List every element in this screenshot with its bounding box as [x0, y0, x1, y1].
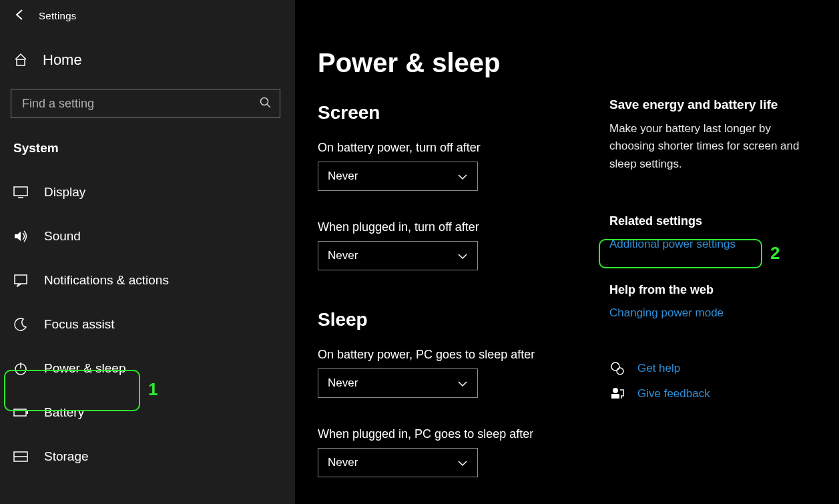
dropdown-value: Never	[328, 170, 358, 183]
svg-point-5	[261, 97, 268, 105]
screen-plugged-dropdown[interactable]: Never	[318, 241, 478, 270]
notifications-icon	[13, 274, 28, 287]
sidebar-item-battery[interactable]: Battery	[0, 391, 295, 435]
sidebar-item-label: Display	[44, 185, 85, 200]
screen-battery-dropdown[interactable]: Never	[318, 162, 478, 191]
main-column: Power & sleep Screen On battery power, t…	[318, 24, 585, 504]
search-icon	[260, 97, 272, 111]
energy-body: Make your battery last longer by choosin…	[609, 120, 816, 173]
sidebar-item-sound[interactable]: Sound	[0, 214, 295, 258]
sound-icon	[13, 230, 28, 243]
sidebar-item-label: Focus assist	[44, 317, 115, 332]
back-button[interactable]	[13, 8, 27, 23]
sidebar-item-storage[interactable]: Storage	[0, 435, 295, 479]
sidebar-item-power-sleep[interactable]: Power & sleep	[0, 346, 295, 391]
help-heading: Help from the web	[609, 283, 816, 297]
moon-icon	[13, 317, 28, 332]
chevron-down-icon	[457, 250, 468, 262]
page-title: Power & sleep	[318, 48, 585, 78]
sidebar-item-label: Sound	[44, 229, 81, 244]
help-icon	[609, 361, 625, 376]
sidebar: Settings Home System Display Sound	[0, 0, 295, 504]
svg-point-17	[611, 362, 619, 370]
chevron-down-icon	[457, 171, 468, 182]
sidebar-item-label: Storage	[44, 449, 89, 464]
chevron-down-icon	[457, 457, 468, 469]
svg-rect-13	[14, 409, 26, 416]
sleep-plugged-dropdown[interactable]: Never	[318, 448, 478, 477]
dropdown-value: Never	[328, 249, 358, 262]
changing-power-mode-link[interactable]: Changing power mode	[609, 306, 816, 320]
screen-plugged-label: When plugged in, turn off after	[318, 220, 585, 234]
give-feedback-link[interactable]: Give feedback	[637, 387, 710, 401]
dropdown-value: Never	[328, 376, 358, 390]
svg-rect-14	[27, 411, 28, 414]
related-heading: Related settings	[609, 214, 816, 228]
svg-rect-10	[15, 275, 27, 284]
feedback-icon	[609, 387, 625, 401]
display-icon	[13, 186, 28, 198]
app-title: Settings	[39, 10, 77, 21]
home-icon	[13, 52, 28, 69]
sidebar-item-label: Battery	[44, 405, 84, 420]
screen-heading: Screen	[318, 102, 585, 123]
svg-rect-20	[611, 394, 619, 399]
screen-battery-label: On battery power, turn off after	[318, 141, 585, 155]
search-input[interactable]	[21, 96, 260, 111]
additional-power-settings-link[interactable]: Additional power settings	[609, 238, 816, 251]
svg-point-19	[613, 388, 618, 393]
sleep-heading: Sleep	[318, 309, 585, 330]
storage-icon	[13, 451, 28, 462]
chevron-down-icon	[457, 378, 468, 389]
content-pane: Power & sleep Screen On battery power, t…	[295, 0, 839, 504]
svg-rect-7	[14, 187, 27, 196]
energy-heading: Save energy and battery life	[609, 97, 816, 112]
svg-marker-9	[15, 232, 21, 241]
svg-rect-4	[17, 59, 25, 65]
sidebar-item-notifications[interactable]: Notifications & actions	[0, 258, 295, 302]
dropdown-value: Never	[328, 456, 358, 469]
sidebar-home-label: Home	[43, 51, 82, 69]
power-icon	[13, 361, 28, 376]
search-box[interactable]	[11, 89, 280, 118]
right-column: Save energy and battery life Make your b…	[609, 24, 816, 504]
sleep-battery-dropdown[interactable]: Never	[318, 368, 478, 398]
svg-line-6	[267, 104, 270, 107]
svg-point-18	[617, 368, 623, 374]
sleep-plugged-label: When plugged in, PC goes to sleep after	[318, 427, 585, 441]
battery-icon	[13, 408, 28, 417]
sidebar-section-label: System	[13, 141, 295, 156]
get-help-link[interactable]: Get help	[637, 362, 680, 375]
sidebar-item-focus-assist[interactable]: Focus assist	[0, 302, 295, 346]
sidebar-item-label: Notifications & actions	[44, 273, 169, 288]
sleep-battery-label: On battery power, PC goes to sleep after	[318, 348, 585, 362]
sidebar-item-display[interactable]: Display	[0, 170, 295, 214]
sidebar-home[interactable]: Home	[4, 31, 295, 89]
sidebar-item-label: Power & sleep	[44, 361, 126, 376]
